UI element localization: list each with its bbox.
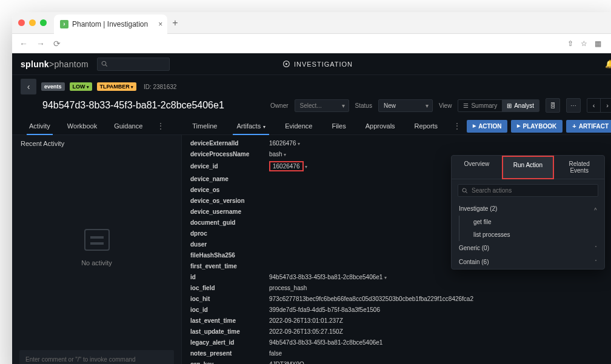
browser-tab[interactable]: › Phantom | Investigation ×	[54, 15, 167, 34]
investigation-title: 94b547d3-8b33-45f3-ba81-2c8bce5406e1	[42, 100, 224, 111]
field-key: id	[190, 274, 269, 280]
next-button[interactable]: ›	[601, 99, 611, 112]
field-key: ioc_field	[190, 285, 269, 291]
artifact-button[interactable]: ARTIFACT	[566, 120, 611, 133]
tab-files[interactable]: Files	[322, 117, 355, 134]
comment-input[interactable]: Enter comment or "/" to invoke command	[19, 350, 174, 364]
menu-icon[interactable]: ⋮	[609, 39, 611, 48]
field-key: legacy_alert_id	[190, 339, 269, 346]
field-row: last_update_time2022-09-26T13:05:27.150Z	[182, 326, 611, 337]
tab-guidance[interactable]: Guidance	[105, 117, 151, 134]
tab-activity[interactable]: Activity	[21, 117, 59, 134]
title-row: 94b547d3-8b33-45f3-ba81-2c8bce5406e1 Own…	[12, 98, 611, 117]
field-value: 399de7d5-fda9-4dd5-b75f-8a3a3f5e1506	[269, 306, 611, 313]
no-activity-icon	[84, 229, 110, 251]
popup-search[interactable]	[458, 184, 598, 197]
tabs-row: ActivityWorkbookGuidance ⋮ TimelineArtif…	[12, 117, 611, 135]
playbook-button[interactable]: PLAYBOOK	[511, 120, 563, 133]
field-key: last_event_time	[190, 317, 269, 324]
popup-search-input[interactable]	[472, 187, 594, 194]
field-value: 2022-09-26T13:05:27.150Z	[269, 328, 611, 335]
field-key: device_os_version	[190, 197, 269, 204]
no-activity-text: No activity	[81, 259, 112, 266]
tab-artifacts[interactable]: Artifacts▾	[227, 117, 275, 134]
field-key: device_id	[190, 163, 269, 170]
forward-icon[interactable]: →	[36, 39, 45, 48]
popup-item[interactable]: get file	[458, 216, 604, 228]
action-button[interactable]: ACTION	[467, 120, 507, 133]
popup-tab-run-action[interactable]: Run Action	[502, 156, 555, 179]
field-value: 973c6277813bec9fc6beb66fea8cc05d3032503b…	[269, 296, 611, 302]
field-key: device_username	[190, 208, 269, 215]
chrome-titlebar: › Phantom | Investigation × +	[12, 12, 611, 34]
popup-tab-related-events[interactable]: Related Events	[554, 156, 604, 179]
more-button[interactable]: ⋯	[566, 98, 581, 113]
search-icon	[462, 188, 468, 194]
popup-tab-overview[interactable]: Overview	[452, 156, 502, 179]
favicon-icon: ›	[60, 20, 68, 28]
tab-workbook[interactable]: Workbook	[59, 117, 105, 134]
view-summary[interactable]: ☰ Summary	[458, 100, 502, 111]
popup-section[interactable]: Generic (0)˅	[452, 241, 604, 255]
back-button[interactable]: ‹	[21, 79, 36, 94]
brand: splunk>phantom	[21, 59, 88, 69]
page-badge: INVESTIGATION	[282, 60, 353, 68]
tlp-pill[interactable]: TLPAMBER	[97, 82, 136, 91]
view-label: View	[439, 102, 452, 109]
address-bar-row: ← → ⟳ ⇧ ☆ ▦ ⋮	[12, 34, 611, 53]
bell-icon[interactable]: 🔔	[605, 59, 611, 68]
search-icon	[101, 61, 108, 67]
maximize-button[interactable]	[40, 19, 47, 26]
briefcase-button[interactable]: 🗄	[546, 98, 560, 113]
star-icon[interactable]: ☆	[581, 39, 587, 48]
tab-timeline[interactable]: Timeline	[182, 117, 227, 134]
main-area: Recent Activity No activity Enter commen…	[12, 135, 611, 364]
status-select[interactable]: New	[378, 99, 433, 112]
field-key: duser	[190, 241, 269, 248]
popup-item[interactable]: list processes	[458, 228, 604, 241]
tab-reports[interactable]: Reports	[405, 117, 448, 134]
field-key: dproc	[190, 230, 269, 237]
tab-evidence[interactable]: Evidence	[275, 117, 322, 134]
popup-section[interactable]: Contain (6)˅	[452, 255, 604, 269]
popup-section[interactable]: Investigate (2)ʌ	[452, 202, 604, 216]
field-key: deviceProcessName	[190, 151, 269, 157]
field-row: notes_presentfalse	[182, 348, 611, 359]
global-search[interactable]	[97, 58, 170, 71]
svg-point-1	[285, 63, 287, 65]
reload-icon[interactable]: ⟳	[53, 39, 61, 48]
detail-panel: deviceExternalId16026476deviceProcessNam…	[182, 135, 611, 364]
sidebar: Recent Activity No activity Enter commen…	[12, 135, 182, 364]
owner-label: Owner	[270, 102, 288, 109]
tab-approvals[interactable]: Approvals	[356, 117, 405, 134]
view-toggle: ☰ Summary ⊞ Analyst	[458, 99, 539, 112]
field-value: 4JDT3MX9Q	[269, 361, 611, 365]
new-tab-button[interactable]: +	[172, 18, 178, 28]
tab-title: Phantom | Investigation	[72, 20, 148, 28]
browser-window: › Phantom | Investigation × + ← → ⟳ ⇧ ☆ …	[12, 12, 611, 364]
close-tab-icon[interactable]: ×	[158, 20, 162, 28]
field-row: ioc_id399de7d5-fda9-4dd5-b75f-8a3a3f5e15…	[182, 304, 611, 315]
event-id: ID: 2381632	[144, 84, 177, 90]
close-button[interactable]	[18, 19, 25, 26]
back-icon[interactable]: ←	[19, 39, 28, 48]
minimize-button[interactable]	[29, 19, 36, 26]
field-value[interactable]: 94b547d3-8b33-45f3-ba81-2c8bce5406e1	[269, 274, 611, 280]
ltabs-more-icon[interactable]: ⋮	[151, 122, 170, 130]
field-value: process_hash	[269, 285, 611, 291]
action-popup: OverviewRun ActionRelated Events Investi…	[451, 155, 605, 270]
sidebar-heading: Recent Activity	[12, 135, 181, 152]
prev-button[interactable]: ‹	[587, 99, 601, 112]
field-value: 2022-09-26T13:01:01.237Z	[269, 317, 611, 324]
app-header: splunk>phantom INVESTIGATION 🔔	[12, 53, 611, 75]
share-icon[interactable]: ⇧	[567, 39, 573, 48]
field-value[interactable]: 16026476	[269, 140, 611, 147]
events-pill: events	[41, 82, 65, 91]
mtabs-more-icon[interactable]: ⋮	[447, 122, 467, 130]
meta-bar: ‹ events LOW TLPAMBER ID: 2381632	[12, 75, 611, 98]
extensions-icon[interactable]: ▦	[595, 39, 601, 48]
owner-select[interactable]: Select...	[295, 99, 349, 112]
field-row: ioc_hit973c6277813bec9fc6beb66fea8cc05d3…	[182, 293, 611, 304]
severity-pill[interactable]: LOW	[70, 82, 92, 91]
view-analyst[interactable]: ⊞ Analyst	[502, 100, 539, 111]
